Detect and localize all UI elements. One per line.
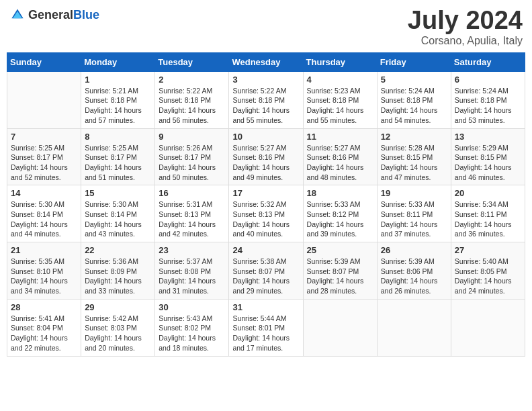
calendar-cell: 14Sunrise: 5:30 AMSunset: 8:14 PMDayligh… <box>7 185 81 242</box>
day-info: Sunrise: 5:24 AMSunset: 8:18 PMDaylight:… <box>455 86 521 126</box>
calendar-cell: 23Sunrise: 5:37 AMSunset: 8:08 PMDayligh… <box>155 242 229 300</box>
logo: GeneralBlue <box>9 7 99 23</box>
weekday-header-row: SundayMondayTuesdayWednesdayThursdayFrid… <box>7 52 525 71</box>
day-number: 21 <box>11 245 77 255</box>
calendar-cell: 1Sunrise: 5:21 AMSunset: 8:18 PMDaylight… <box>81 71 155 128</box>
day-number: 8 <box>85 132 151 142</box>
logo-general: GeneralBlue <box>28 8 99 22</box>
day-info: Sunrise: 5:25 AMSunset: 8:17 PMDaylight:… <box>11 143 77 183</box>
day-info: Sunrise: 5:33 AMSunset: 8:11 PMDaylight:… <box>381 199 447 239</box>
calendar-cell: 21Sunrise: 5:35 AMSunset: 8:10 PMDayligh… <box>7 242 81 300</box>
calendar-cell <box>451 299 525 356</box>
day-number: 20 <box>455 188 521 198</box>
day-number: 1 <box>85 75 151 85</box>
calendar-cell: 12Sunrise: 5:28 AMSunset: 8:15 PMDayligh… <box>377 128 451 185</box>
day-info: Sunrise: 5:34 AMSunset: 8:11 PMDaylight:… <box>455 199 521 239</box>
day-info: Sunrise: 5:35 AMSunset: 8:10 PMDaylight:… <box>11 257 77 296</box>
day-number: 6 <box>455 75 521 85</box>
day-number: 24 <box>232 245 299 255</box>
day-number: 23 <box>159 245 225 255</box>
day-info: Sunrise: 5:37 AMSunset: 8:08 PMDaylight:… <box>159 257 225 296</box>
day-number: 11 <box>307 132 373 142</box>
calendar-cell <box>7 71 81 128</box>
calendar-cell: 18Sunrise: 5:33 AMSunset: 8:12 PMDayligh… <box>303 185 377 242</box>
day-number: 9 <box>159 132 225 142</box>
calendar-cell <box>377 299 451 356</box>
calendar-cell: 15Sunrise: 5:30 AMSunset: 8:14 PMDayligh… <box>81 185 155 242</box>
month-title: July 2024 <box>408 7 523 35</box>
calendar-cell: 8Sunrise: 5:25 AMSunset: 8:17 PMDaylight… <box>81 128 155 185</box>
day-number: 5 <box>381 75 447 85</box>
day-info: Sunrise: 5:31 AMSunset: 8:13 PMDaylight:… <box>159 199 225 239</box>
day-number: 22 <box>85 245 151 255</box>
day-info: Sunrise: 5:39 AMSunset: 8:07 PMDaylight:… <box>307 257 373 296</box>
day-info: Sunrise: 5:27 AMSunset: 8:16 PMDaylight:… <box>307 143 373 183</box>
day-number: 10 <box>232 132 299 142</box>
weekday-header-sunday: Sunday <box>7 52 81 71</box>
day-number: 12 <box>381 132 447 142</box>
calendar-cell: 10Sunrise: 5:27 AMSunset: 8:16 PMDayligh… <box>229 128 303 185</box>
calendar-cell: 28Sunrise: 5:41 AMSunset: 8:04 PMDayligh… <box>7 299 81 356</box>
day-info: Sunrise: 5:24 AMSunset: 8:18 PMDaylight:… <box>381 86 447 126</box>
calendar-cell: 3Sunrise: 5:22 AMSunset: 8:18 PMDaylight… <box>229 71 303 128</box>
day-number: 2 <box>159 75 225 85</box>
calendar-cell: 9Sunrise: 5:26 AMSunset: 8:17 PMDaylight… <box>155 128 229 185</box>
calendar-cell: 30Sunrise: 5:43 AMSunset: 8:02 PMDayligh… <box>155 299 229 356</box>
day-number: 14 <box>11 188 77 198</box>
day-number: 7 <box>11 132 77 142</box>
weekday-header-tuesday: Tuesday <box>155 52 229 71</box>
day-info: Sunrise: 5:44 AMSunset: 8:01 PMDaylight:… <box>232 314 299 353</box>
calendar-cell: 25Sunrise: 5:39 AMSunset: 8:07 PMDayligh… <box>303 242 377 300</box>
day-info: Sunrise: 5:40 AMSunset: 8:05 PMDaylight:… <box>455 257 521 296</box>
day-number: 29 <box>85 302 151 312</box>
calendar-week-row: 1Sunrise: 5:21 AMSunset: 8:18 PMDaylight… <box>7 71 525 128</box>
day-info: Sunrise: 5:33 AMSunset: 8:12 PMDaylight:… <box>307 199 373 239</box>
day-info: Sunrise: 5:43 AMSunset: 8:02 PMDaylight:… <box>159 314 225 353</box>
calendar-table: SundayMondayTuesdayWednesdayThursdayFrid… <box>7 52 525 357</box>
calendar-cell: 20Sunrise: 5:34 AMSunset: 8:11 PMDayligh… <box>451 185 525 242</box>
day-info: Sunrise: 5:32 AMSunset: 8:13 PMDaylight:… <box>232 199 299 239</box>
calendar-cell: 13Sunrise: 5:29 AMSunset: 8:15 PMDayligh… <box>451 128 525 185</box>
calendar-cell: 4Sunrise: 5:23 AMSunset: 8:18 PMDaylight… <box>303 71 377 128</box>
calendar-cell: 26Sunrise: 5:39 AMSunset: 8:06 PMDayligh… <box>377 242 451 300</box>
title-block: July 2024 Corsano, Apulia, Italy <box>408 7 523 47</box>
calendar-cell: 6Sunrise: 5:24 AMSunset: 8:18 PMDaylight… <box>451 71 525 128</box>
day-info: Sunrise: 5:30 AMSunset: 8:14 PMDaylight:… <box>11 199 77 239</box>
day-info: Sunrise: 5:25 AMSunset: 8:17 PMDaylight:… <box>85 143 151 183</box>
calendar-week-row: 14Sunrise: 5:30 AMSunset: 8:14 PMDayligh… <box>7 185 525 242</box>
day-number: 30 <box>159 302 225 312</box>
day-info: Sunrise: 5:28 AMSunset: 8:15 PMDaylight:… <box>381 143 447 183</box>
weekday-header-saturday: Saturday <box>451 52 525 71</box>
day-info: Sunrise: 5:41 AMSunset: 8:04 PMDaylight:… <box>11 314 77 353</box>
day-info: Sunrise: 5:22 AMSunset: 8:18 PMDaylight:… <box>159 86 225 126</box>
day-info: Sunrise: 5:29 AMSunset: 8:15 PMDaylight:… <box>455 143 521 183</box>
day-number: 26 <box>381 245 447 255</box>
calendar-week-row: 21Sunrise: 5:35 AMSunset: 8:10 PMDayligh… <box>7 242 525 300</box>
calendar-cell: 5Sunrise: 5:24 AMSunset: 8:18 PMDaylight… <box>377 71 451 128</box>
day-info: Sunrise: 5:42 AMSunset: 8:03 PMDaylight:… <box>85 314 151 353</box>
day-number: 16 <box>159 188 225 198</box>
weekday-header-thursday: Thursday <box>303 52 377 71</box>
day-info: Sunrise: 5:26 AMSunset: 8:17 PMDaylight:… <box>159 143 225 183</box>
calendar-cell: 16Sunrise: 5:31 AMSunset: 8:13 PMDayligh… <box>155 185 229 242</box>
calendar-cell: 7Sunrise: 5:25 AMSunset: 8:17 PMDaylight… <box>7 128 81 185</box>
day-info: Sunrise: 5:38 AMSunset: 8:07 PMDaylight:… <box>232 257 299 296</box>
calendar-week-row: 7Sunrise: 5:25 AMSunset: 8:17 PMDaylight… <box>7 128 525 185</box>
day-number: 19 <box>381 188 447 198</box>
day-number: 15 <box>85 188 151 198</box>
day-info: Sunrise: 5:21 AMSunset: 8:18 PMDaylight:… <box>85 86 151 126</box>
logo-icon <box>9 7 26 23</box>
calendar-cell: 17Sunrise: 5:32 AMSunset: 8:13 PMDayligh… <box>229 185 303 242</box>
calendar-cell: 11Sunrise: 5:27 AMSunset: 8:16 PMDayligh… <box>303 128 377 185</box>
calendar-cell: 24Sunrise: 5:38 AMSunset: 8:07 PMDayligh… <box>229 242 303 300</box>
calendar-cell: 29Sunrise: 5:42 AMSunset: 8:03 PMDayligh… <box>81 299 155 356</box>
day-number: 17 <box>232 188 299 198</box>
weekday-header-wednesday: Wednesday <box>229 52 303 71</box>
calendar-cell: 2Sunrise: 5:22 AMSunset: 8:18 PMDaylight… <box>155 71 229 128</box>
day-info: Sunrise: 5:30 AMSunset: 8:14 PMDaylight:… <box>85 199 151 239</box>
day-number: 13 <box>455 132 521 142</box>
calendar-week-row: 28Sunrise: 5:41 AMSunset: 8:04 PMDayligh… <box>7 299 525 356</box>
day-info: Sunrise: 5:39 AMSunset: 8:06 PMDaylight:… <box>381 257 447 296</box>
day-info: Sunrise: 5:22 AMSunset: 8:18 PMDaylight:… <box>232 86 299 126</box>
calendar-cell: 27Sunrise: 5:40 AMSunset: 8:05 PMDayligh… <box>451 242 525 300</box>
